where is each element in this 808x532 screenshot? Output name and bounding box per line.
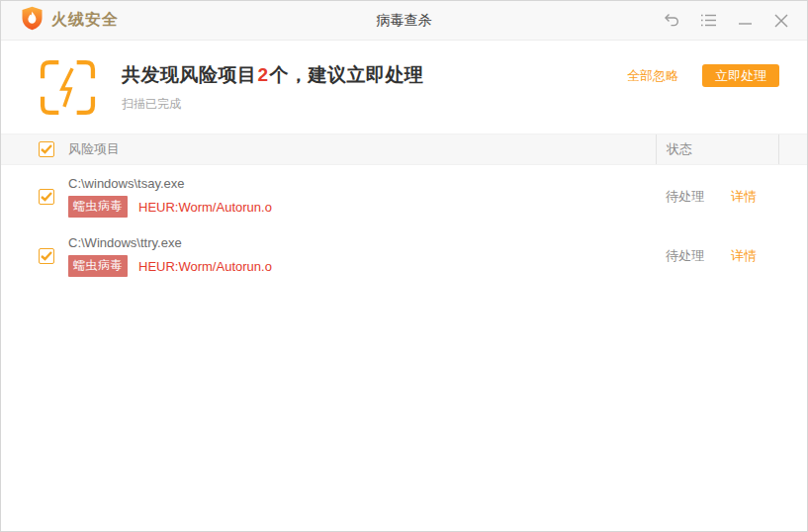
row-checkbox[interactable] xyxy=(39,248,54,264)
scan-lightning-icon xyxy=(40,59,96,116)
shield-flame-icon xyxy=(21,6,44,35)
status-badge: 待处理 xyxy=(666,247,704,265)
summary-text: 共发现风险项目2个，建议立即处理 扫描已完成 xyxy=(122,62,424,113)
app-window: 火绒安全 病毒查杀 xyxy=(0,0,808,532)
row-item-cell: C:\Windows\ttry.exe 蠕虫病毒 HEUR:Worm/Autor… xyxy=(1,235,656,277)
virus-type-badge: 蠕虫病毒 xyxy=(68,196,128,218)
minimize-icon[interactable] xyxy=(735,11,755,31)
row-status-cell: 待处理 详情 xyxy=(656,247,779,265)
risk-row: C:\Windows\ttry.exe 蠕虫病毒 HEUR:Worm/Autor… xyxy=(1,228,807,284)
risk-table-header: 风险项目 状态 xyxy=(1,133,807,165)
summary-actions: 全部忽略 立即处理 xyxy=(627,64,779,87)
window-controls xyxy=(662,11,807,31)
risk-count: 2 xyxy=(257,64,270,85)
scan-status-text: 扫描已完成 xyxy=(122,96,424,113)
row-spacer xyxy=(779,228,807,284)
detail-link[interactable]: 详情 xyxy=(731,247,757,265)
virus-type-badge: 蠕虫病毒 xyxy=(68,255,128,277)
ignore-all-link[interactable]: 全部忽略 xyxy=(627,67,678,85)
back-arrow-icon[interactable] xyxy=(662,11,681,31)
item-column-header: 风险项目 xyxy=(1,134,656,164)
header-spacer xyxy=(779,134,807,164)
row-item-cell: C:\windows\tsay.exe 蠕虫病毒 HEUR:Worm/Autor… xyxy=(1,176,656,218)
summary-title: 共发现风险项目2个，建议立即处理 xyxy=(122,62,424,88)
virus-info: 蠕虫病毒 HEUR:Worm/Autorun.o xyxy=(68,196,272,218)
row-content: C:\windows\tsay.exe 蠕虫病毒 HEUR:Worm/Autor… xyxy=(68,176,272,218)
row-spacer xyxy=(779,169,807,224)
file-path: C:\windows\tsay.exe xyxy=(68,176,272,191)
scan-summary: 共发现风险项目2个，建议立即处理 扫描已完成 全部忽略 立即处理 xyxy=(1,41,807,133)
row-status-cell: 待处理 详情 xyxy=(656,188,779,206)
titlebar: 火绒安全 病毒查杀 xyxy=(1,1,807,41)
process-now-button[interactable]: 立即处理 xyxy=(702,64,779,87)
row-content: C:\Windows\ttry.exe 蠕虫病毒 HEUR:Worm/Autor… xyxy=(68,235,272,277)
item-column-label: 风险项目 xyxy=(68,140,120,158)
status-badge: 待处理 xyxy=(666,188,704,206)
detail-link[interactable]: 详情 xyxy=(731,188,757,206)
status-column-header: 状态 xyxy=(656,134,779,164)
virus-name: HEUR:Worm/Autorun.o xyxy=(138,259,272,274)
app-brand: 火绒安全 xyxy=(1,6,119,35)
select-all-checkbox[interactable] xyxy=(39,141,54,157)
risk-row: C:\windows\tsay.exe 蠕虫病毒 HEUR:Worm/Autor… xyxy=(1,169,807,224)
app-name: 火绒安全 xyxy=(51,10,119,31)
close-icon[interactable] xyxy=(771,11,791,31)
row-checkbox[interactable] xyxy=(39,189,54,205)
list-menu-icon[interactable] xyxy=(698,11,718,31)
file-path: C:\Windows\ttry.exe xyxy=(68,235,272,250)
virus-name: HEUR:Worm/Autorun.o xyxy=(138,200,272,215)
virus-info: 蠕虫病毒 HEUR:Worm/Autorun.o xyxy=(68,255,272,277)
